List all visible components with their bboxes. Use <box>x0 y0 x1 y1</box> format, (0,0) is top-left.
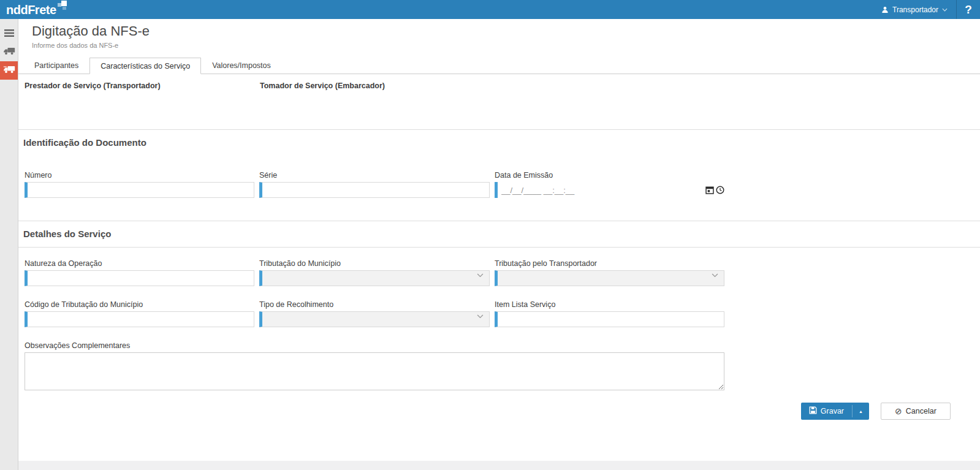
top-bar: nddFrete Transportador ? <box>0 0 980 19</box>
codigo-tributacao-label: Código de Tributação do Município <box>25 300 254 309</box>
cancel-circle-slash-icon: ⊘ <box>895 407 902 415</box>
tributacao-transportador-select[interactable] <box>495 270 724 286</box>
data-emissao-field-group: Data de Emissão <box>495 171 724 198</box>
section-divider <box>18 129 980 130</box>
detalhes-section-title: Detalhes do Serviço <box>18 229 980 240</box>
topbar-right: Transportador ? <box>873 0 980 19</box>
logo-pixel-mark-icon <box>58 1 67 10</box>
sidebar-item-freight[interactable] <box>0 43 18 61</box>
observacoes-field-group: Observações Complementares <box>25 341 724 393</box>
item-lista-servico-input[interactable] <box>495 311 724 327</box>
save-button[interactable]: Gravar <box>801 403 852 420</box>
app-logo: nddFrete <box>6 1 67 18</box>
tomador-label: Tomador de Serviço (Embarcador) <box>260 81 385 129</box>
tipo-recolhimento-field-group: Tipo de Recolhimento <box>259 300 490 327</box>
page-header: Digitação da NFS-e Informe dos dados da … <box>18 19 980 49</box>
detalhes-fields-row2: Código de Tributação do Município Tipo d… <box>25 300 980 327</box>
section-divider <box>18 221 980 221</box>
chevron-down-icon <box>942 8 948 12</box>
numero-input[interactable] <box>25 182 254 198</box>
sidebar-menu-toggle[interactable] <box>0 25 18 43</box>
observacoes-label: Observações Complementares <box>25 341 724 351</box>
serie-input[interactable] <box>259 182 490 198</box>
natureza-operacao-label: Natureza da Operação <box>25 259 254 268</box>
identificacao-fields: Número Série Data de Emissão <box>25 171 980 198</box>
numero-label: Número <box>25 171 254 180</box>
date-picker-icons <box>705 186 724 194</box>
logo-text: nddFrete <box>6 1 56 18</box>
section-divider <box>18 247 980 248</box>
tributacao-municipio-label: Tributação do Município <box>259 259 490 268</box>
truck-icon <box>3 47 15 58</box>
help-button[interactable]: ? <box>957 0 980 19</box>
tab-valores-impostos[interactable]: Valores/Impostos <box>201 57 282 74</box>
left-sidebar <box>0 19 18 470</box>
calendar-icon[interactable] <box>705 186 714 194</box>
data-emissao-label: Data de Emissão <box>495 171 724 180</box>
participants-summary: Prestador de Serviço (Transportador) Tom… <box>18 74 980 129</box>
tipo-recolhimento-label: Tipo de Recolhimento <box>259 300 490 309</box>
data-emissao-input[interactable] <box>495 182 678 198</box>
save-split-button: Gravar ▲ <box>801 403 869 420</box>
cancel-button[interactable]: ⊘ Cancelar <box>881 403 951 420</box>
hamburger-menu-icon <box>4 28 14 39</box>
tab-bar: Participantes Características do Serviço… <box>18 57 980 74</box>
numero-field-group: Número <box>25 171 254 198</box>
tributacao-transportador-field-group: Tributação pelo Transportador <box>495 259 724 286</box>
tab-caracteristicas-do-servico[interactable]: Características do Serviço <box>89 58 201 74</box>
main-content: Digitação da NFS-e Informe dos dados da … <box>18 19 980 461</box>
page-subtitle: Informe dos dados da NFS-e <box>32 42 980 49</box>
serie-field-group: Série <box>259 171 490 198</box>
tributacao-municipio-field-group: Tributação do Município <box>259 259 490 286</box>
save-button-label: Gravar <box>821 407 844 415</box>
tipo-recolhimento-select[interactable] <box>259 311 490 327</box>
serie-label: Série <box>259 171 490 180</box>
observacoes-textarea[interactable] <box>25 352 724 390</box>
codigo-tributacao-input[interactable] <box>25 311 254 327</box>
page-title: Digitação da NFS-e <box>32 23 980 39</box>
natureza-operacao-field-group: Natureza da Operação <box>25 259 254 286</box>
form-actions: Gravar ▲ ⊘ Cancelar <box>18 403 980 420</box>
item-lista-servico-label: Item Lista Serviço <box>495 300 724 309</box>
clock-icon[interactable] <box>716 186 724 194</box>
user-icon <box>881 6 889 13</box>
sidebar-item-nfse-active[interactable] <box>0 61 18 80</box>
natureza-operacao-input[interactable] <box>25 270 254 286</box>
codigo-tributacao-field-group: Código de Tributação do Município <box>25 300 254 327</box>
save-options-toggle[interactable]: ▲ <box>853 403 869 420</box>
save-floppy-icon <box>809 406 817 416</box>
prestador-label: Prestador de Serviço (Transportador) <box>25 81 260 129</box>
identificacao-section-title: Identificação do Documento <box>18 137 980 148</box>
tributacao-municipio-select[interactable] <box>259 270 490 286</box>
user-menu-label: Transportador <box>892 6 938 14</box>
item-lista-servico-field-group: Item Lista Serviço <box>495 300 724 327</box>
tributacao-transportador-label: Tributação pelo Transportador <box>495 259 724 268</box>
cancel-button-label: Cancelar <box>906 407 936 415</box>
tab-participantes[interactable]: Participantes <box>23 57 89 74</box>
user-menu-dropdown[interactable]: Transportador <box>873 0 956 19</box>
detalhes-fields-row1: Natureza da Operação Tributação do Munic… <box>25 259 980 286</box>
truck-active-icon <box>3 65 15 76</box>
